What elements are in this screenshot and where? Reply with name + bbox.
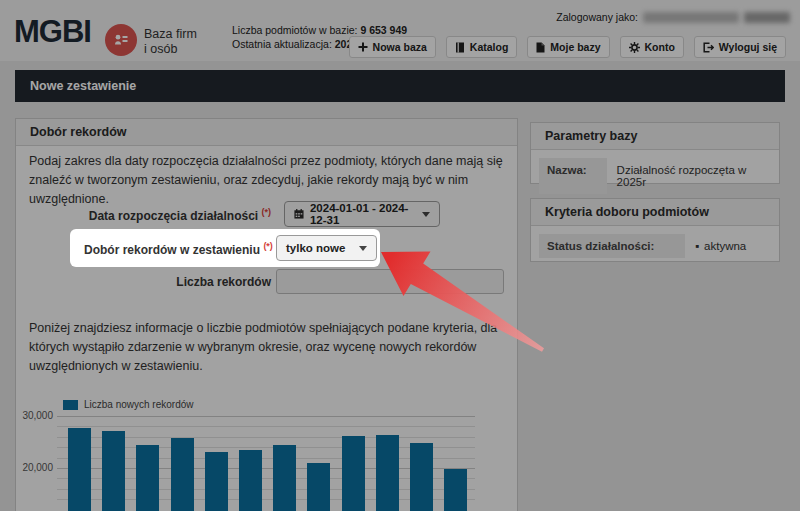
bar: [376, 435, 399, 511]
gridline: [57, 426, 475, 427]
main-nav: Nowa baza Katalog Moje bazy Konto: [349, 36, 786, 58]
required-marker: (*): [262, 207, 272, 217]
gear-icon: [629, 42, 640, 53]
name-value: Działalność rozpoczęta w 2025r: [607, 158, 771, 194]
calendar-icon: [294, 208, 304, 220]
outro-paragraph: Poniżej znajdziesz informacje o liczbie …: [29, 319, 521, 376]
bar: [205, 452, 228, 511]
app-header: MGBI Baza firm i osób Liczba podmiotów w…: [0, 0, 800, 61]
panel-title: Dobór rekordów: [16, 119, 517, 146]
bar: [307, 463, 330, 511]
status-value: ▪ aktywna: [685, 234, 756, 258]
catalog-button[interactable]: Katalog: [446, 36, 518, 58]
logo-subtitle: Baza firm i osób: [144, 27, 197, 57]
account-button[interactable]: Konto: [620, 36, 684, 58]
bar: [273, 445, 296, 511]
gridline: [57, 416, 475, 417]
chevron-down-icon: [359, 246, 367, 251]
chart: Liczba nowych rekordów 30,00020,000: [21, 396, 501, 511]
bar: [239, 450, 262, 511]
my-databases-button[interactable]: Moje bazy: [527, 36, 609, 58]
logo[interactable]: MGBI: [14, 14, 91, 50]
records-mode-label: Dobór rekordów w zestawieniu (*): [84, 241, 273, 257]
bullet-icon: ▪: [695, 240, 699, 252]
file-icon: [536, 42, 545, 53]
panel-title: Kryteria doboru podmiotów: [531, 199, 779, 226]
date-range-value: 2024-01-01 - 2024-12-31: [310, 202, 416, 226]
intro-paragraph: Podaj zakres dla daty rozpoczęcia działa…: [29, 152, 521, 209]
logout-icon: [703, 42, 714, 53]
records-mode-highlight: Dobór rekordów w zestawieniu (*) tylko n…: [70, 229, 380, 267]
criteria-panel: Kryteria doboru podmiotów Status działal…: [530, 198, 780, 262]
legend-label: Liczba nowych rekordów: [84, 399, 194, 410]
count-label: Liczba podmiotów w bazie:: [232, 24, 357, 36]
page-title: Nowe zestawienie: [15, 70, 785, 102]
records-mode-select[interactable]: tylko nowe: [276, 235, 377, 261]
updated-label: Ostatnia aktualizacja:: [232, 38, 332, 50]
bar: [444, 469, 467, 511]
status-label: Status działalności:: [539, 234, 685, 258]
bar: [410, 443, 433, 511]
bar: [102, 431, 125, 511]
bar: [342, 436, 365, 511]
date-range-label: Data rozpoczęcia działalności (*): [21, 207, 271, 223]
records-count-input[interactable]: [276, 269, 504, 294]
name-label: Nazwa:: [539, 158, 607, 194]
database-params-panel: Parametry bazy Nazwa: Działalność rozpoc…: [530, 122, 780, 184]
required-marker: (*): [263, 241, 273, 251]
book-icon: [455, 42, 465, 53]
chart-legend: Liczba nowych rekordów: [63, 399, 194, 410]
bar: [171, 438, 194, 511]
page: MGBI Baza firm i osób Liczba podmiotów w…: [0, 0, 800, 511]
logged-in-as: Zalogowany jako:: [556, 11, 790, 23]
bar: [68, 428, 91, 511]
logout-button[interactable]: Wyloguj się: [694, 36, 786, 58]
plus-icon: [358, 42, 368, 52]
contact-card-icon: [105, 24, 137, 56]
y-axis-tick: 30,000: [21, 410, 53, 421]
bar: [136, 445, 159, 511]
records-mode-value: tylko nowe: [286, 242, 345, 254]
date-range-picker[interactable]: 2024-01-01 - 2024-12-31: [284, 201, 440, 227]
legend-swatch: [63, 400, 78, 410]
panel-title: Parametry bazy: [531, 123, 779, 150]
y-axis-tick: 20,000: [21, 462, 53, 473]
chevron-down-icon: [422, 212, 430, 217]
redacted-username-2: [744, 12, 790, 23]
count-value: 9 653 949: [360, 24, 407, 36]
records-selection-panel: Dobór rekordów Podaj zakres dla daty roz…: [15, 118, 518, 511]
redacted-username: [643, 12, 739, 23]
new-database-button[interactable]: Nowa baza: [349, 36, 436, 58]
records-count-label: Liczba rekordów: [21, 275, 271, 289]
